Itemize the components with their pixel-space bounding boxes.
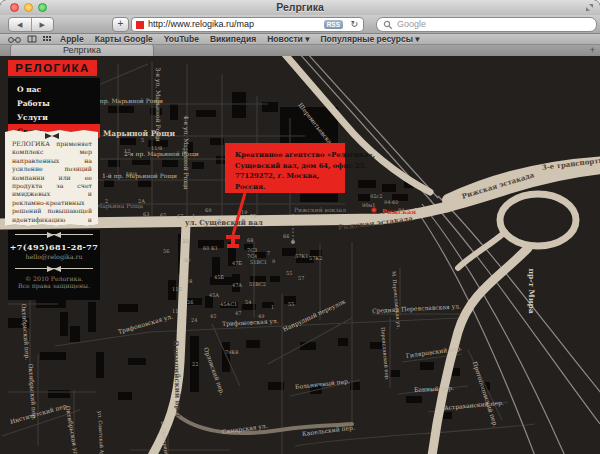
map-canvas[interactable]: 4-й пр. Марьиной РощиМарьиной Рощи2-я пр… [0,56,600,454]
metro-station-icon [371,207,377,213]
map-house-number: 94-60 [384,199,398,205]
map-house-number: 11/8 [151,145,162,151]
map-house-number: 60 К1 [203,245,218,251]
map-house-number: 67 [177,213,183,219]
rights-text: Все права защищены. [8,282,100,289]
map-house-number: 32 [182,238,188,244]
callout-line: Креативное агентство «Релогика», [235,150,339,161]
map-house-number: 54 [245,299,251,305]
map-house-number: 51ВС1 [250,259,267,265]
map-street-label: Рижский вокзал [294,206,346,213]
map-street-label: Марьиной Рощи [103,129,175,138]
bookmark-item[interactable]: Новости ▾ [267,34,309,44]
map-house-number: 2А [138,198,145,204]
sidebar-menu-item[interactable]: Услуги [8,110,100,124]
tab-relogika[interactable]: Релргика [10,45,154,56]
forward-button[interactable]: ▶ [32,18,54,31]
window-titlebar: Релргика [0,0,600,16]
bookmark-items: AppleКарты GoogleYouTubeВикипедияНовости… [60,34,431,44]
map-house-number: 12 [124,148,130,154]
callout-line: 77129272, г. Москва, [235,171,339,182]
map-house-number: 45Б [214,274,224,280]
map-house-number: 24 [191,317,197,323]
email-link[interactable]: hello@relogika.ru [8,253,100,260]
search-input[interactable]: Google [376,17,597,32]
sidebar-menu: О насРаботыУслугиСвязь [8,78,100,131]
rss-badge[interactable]: RSS [324,20,343,29]
reload-icon[interactable]: ↻ [350,18,358,31]
map-house-number: 57К2 [309,255,322,261]
browser-window: Релргика ◀ ▶ + http://www.relogika.ru/ma… [0,0,600,454]
map-house-number: 45 [210,313,216,319]
map-house-number: 69 [205,207,211,213]
map-street-label: Марьина Роща [96,202,143,209]
url-text[interactable]: http://www.relogika.ru/map [148,18,254,31]
search-placeholder: Google [397,18,426,31]
reader-glasses-icon[interactable] [8,36,21,43]
map-house-number: 7 [267,250,270,256]
map-house-number: 1 [271,304,274,310]
map-house-number: 51ВС2 [249,281,266,287]
bookmarks-bar: AppleКарты GoogleYouTubeВикипедияНовости… [0,34,600,45]
new-tab-button[interactable]: + [590,45,595,56]
map-house-number: 57 [298,275,304,281]
site-logo[interactable]: РЕЛОГИКА [8,60,97,76]
map-house-number: 45А [209,292,219,298]
bookmark-item[interactable]: Карты Google [95,34,153,44]
map-house-number: 57К1 [295,253,308,259]
map-house-number: 45АС1 [220,301,237,307]
back-button[interactable]: ◀ [9,18,32,31]
map-house-number: 79К8 [225,349,238,355]
ornament-icon [47,232,61,238]
bookmark-item[interactable]: Популярные ресурсы ▾ [320,34,419,44]
bookmark-item[interactable]: YouTube [164,34,199,44]
address-bar[interactable]: http://www.relogika.ru/map RSS ↻ [131,17,364,32]
location-marker [226,235,240,248]
map-house-number: 66 [283,233,289,239]
map-house-number: 19 [241,209,247,215]
map-street-label: пр-т Мира [527,269,536,314]
bookmark-item[interactable]: Википедия [210,34,256,44]
top-sites-grid-icon[interactable] [43,35,52,43]
nav-buttons: ◀ ▶ [8,17,54,32]
map-street-label: 4-я ул. Марьиной Рощи [183,116,190,190]
callout-line: Россия. [235,182,339,193]
map-house-number: 47 [235,310,241,316]
bookmark-item[interactable]: Apple [60,34,84,44]
map-house-number: 50/4 [126,171,137,177]
add-bookmark-button[interactable]: + [112,17,129,32]
map-house-number: 65 [160,212,166,218]
map-street-label: 1-й пр. Марьиной Рощи [102,172,177,179]
window-title: Релргика [0,0,600,15]
about-note: РЕЛОГИКА применяет комплекс мер направле… [5,130,98,226]
resize-icon[interactable] [585,3,594,12]
sidebar-menu-item[interactable]: О нас [8,82,100,96]
bookmarks-book-icon[interactable] [27,35,37,43]
ornament-icon [45,133,59,139]
copyright-text: © 2010 Релогика. [8,275,100,282]
map-house-number: 11Б [172,286,182,292]
map-house-number: 9 [272,258,275,264]
map-house-number: 63 [143,211,149,217]
map-house-number: 47А [232,282,242,288]
address-callout: Креативное агентство «Релогика»,Сущевски… [225,143,345,193]
map-house-number: 5 [141,137,144,143]
map-house-number: 47Б [232,260,242,266]
search-icon [383,20,393,30]
map-house-number: 55 [288,301,294,307]
map-house-number: 22 [192,361,198,367]
map-house-number: 28 [186,278,192,284]
browser-toolbar: ◀ ▶ + http://www.relogika.ru/map RSS ↻ G… [0,15,600,34]
phone-number: +7(495)681-28-77 [8,242,100,252]
map-house-number: 55 [286,270,292,276]
map-street-label: 3-я ул. Марьиной Рощи [155,68,162,142]
callout-line: Сущевский вал, дом 64, офис 25, [235,161,339,172]
map-house-number: 56 [163,248,169,254]
map-house-number: 1 [192,213,195,219]
sidebar-menu-item[interactable]: Работы [8,96,100,110]
site-favicon [136,21,144,29]
map-house-number: 92с2 [370,193,382,199]
map-house-number: 49 [258,313,264,319]
map-house-number: 11 [172,308,178,314]
map-house-number: 26 [187,299,193,305]
